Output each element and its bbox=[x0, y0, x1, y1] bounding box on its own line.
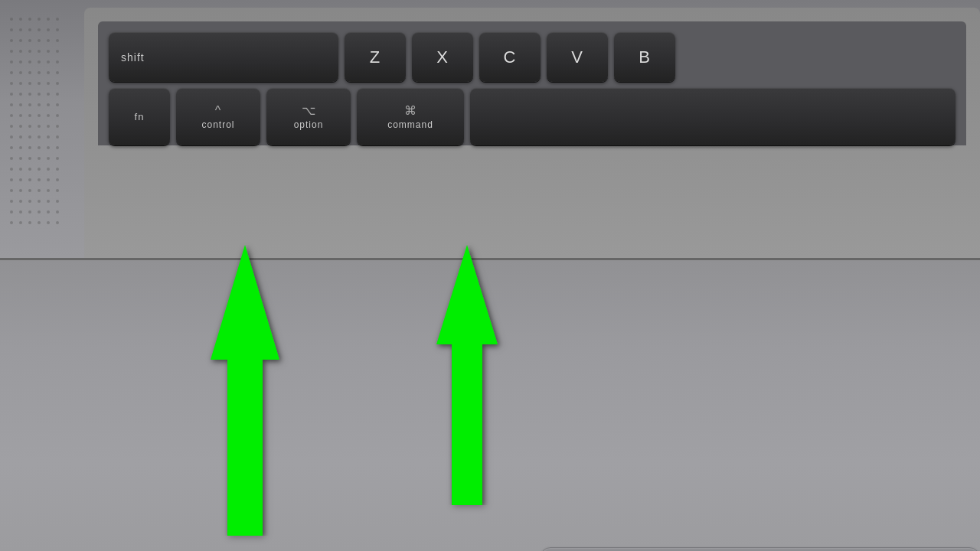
grille-dot bbox=[19, 103, 22, 106]
grille-dot bbox=[28, 210, 31, 214]
shift-key-label: shift bbox=[121, 51, 145, 64]
grille-dot bbox=[28, 189, 31, 192]
grille-dot bbox=[56, 71, 59, 74]
v-key-label: V bbox=[571, 47, 583, 67]
grille-dot bbox=[10, 28, 13, 31]
grille-dot bbox=[19, 210, 22, 214]
keyboard-area: // Will be rendered below shift Z X C bbox=[0, 0, 980, 260]
grille-dot bbox=[19, 135, 22, 139]
left-arrow-svg bbox=[195, 245, 295, 536]
grille-dot bbox=[38, 82, 41, 85]
grille-dot bbox=[56, 93, 59, 96]
grille-dot bbox=[19, 93, 22, 96]
grille-dot bbox=[47, 50, 50, 53]
grille-dot bbox=[47, 189, 50, 192]
grille-dot bbox=[47, 178, 50, 181]
grille-dot bbox=[47, 125, 50, 128]
grille-dot bbox=[47, 60, 50, 64]
grille-dot bbox=[56, 178, 59, 181]
grille-dot bbox=[38, 168, 41, 171]
grille-dot bbox=[56, 157, 59, 160]
grille-dot bbox=[19, 28, 22, 31]
grille-dot bbox=[38, 18, 41, 21]
grille-dot bbox=[28, 146, 31, 149]
shift-key[interactable]: shift bbox=[109, 32, 338, 82]
b-key[interactable]: B bbox=[614, 32, 675, 82]
grille-dot bbox=[38, 114, 41, 117]
grille-dot bbox=[38, 93, 41, 96]
grille-dot bbox=[10, 103, 13, 106]
control-key[interactable]: ^ control bbox=[176, 88, 260, 145]
grille-dot bbox=[47, 93, 50, 96]
grille-dot bbox=[19, 125, 22, 128]
grille-dot bbox=[10, 189, 13, 192]
control-key-label: control bbox=[201, 119, 234, 130]
grille-dot bbox=[10, 93, 13, 96]
grille-dot bbox=[10, 125, 13, 128]
grille-dot bbox=[47, 39, 50, 42]
c-key-label: C bbox=[504, 47, 517, 67]
grille-dot bbox=[38, 210, 41, 214]
grille-dot bbox=[10, 114, 13, 117]
grille-dot bbox=[10, 157, 13, 160]
grille-dot bbox=[19, 168, 22, 171]
grille-dot bbox=[28, 50, 31, 53]
grille-dot bbox=[10, 210, 13, 214]
grille-dot bbox=[10, 50, 13, 53]
grille-dot bbox=[47, 146, 50, 149]
v-key[interactable]: V bbox=[547, 32, 608, 82]
grille-dot bbox=[19, 71, 22, 74]
grille-dot bbox=[10, 39, 13, 42]
grille-dot bbox=[28, 157, 31, 160]
space-key[interactable] bbox=[470, 88, 956, 145]
grille-dot bbox=[56, 168, 59, 171]
grille-dot bbox=[28, 82, 31, 85]
grille-dot bbox=[10, 18, 13, 21]
trackpad[interactable] bbox=[540, 547, 980, 551]
option-key-symbol: ⌥ bbox=[302, 103, 316, 118]
grille-dot bbox=[10, 178, 13, 181]
grille-dot bbox=[28, 18, 31, 21]
grille-dot bbox=[56, 221, 59, 224]
grille-dot bbox=[10, 221, 13, 224]
grille-dot bbox=[19, 221, 22, 224]
grille-dot bbox=[38, 125, 41, 128]
grille-dot bbox=[38, 71, 41, 74]
command-key[interactable]: ⌘ command bbox=[357, 88, 464, 145]
grille-dot bbox=[28, 135, 31, 139]
grille-dot bbox=[19, 82, 22, 85]
grille-dot bbox=[10, 71, 13, 74]
c-key[interactable]: C bbox=[479, 32, 541, 82]
grille-dot bbox=[56, 135, 59, 139]
grille-dot bbox=[56, 146, 59, 149]
grille-dot bbox=[10, 82, 13, 85]
grille-dot bbox=[38, 39, 41, 42]
grille-dot bbox=[38, 157, 41, 160]
grille-dot bbox=[28, 28, 31, 31]
grille-dot bbox=[38, 200, 41, 203]
grille-dot bbox=[56, 82, 59, 85]
grille-dot bbox=[47, 82, 50, 85]
grille-dot bbox=[47, 103, 50, 106]
right-arrow-svg bbox=[425, 245, 509, 505]
option-key[interactable]: ⌥ option bbox=[266, 88, 351, 145]
grille-dot bbox=[19, 50, 22, 53]
grille-dot bbox=[19, 189, 22, 192]
grille-dot bbox=[10, 135, 13, 139]
grille-dot bbox=[56, 189, 59, 192]
grille-dot bbox=[10, 200, 13, 203]
grille-dot bbox=[28, 114, 31, 117]
command-key-symbol: ⌘ bbox=[404, 103, 417, 118]
grille-dot bbox=[47, 157, 50, 160]
z-key-label: Z bbox=[370, 47, 381, 67]
keyboard-top-row: shift Z X C V B bbox=[109, 32, 956, 82]
arrows-container bbox=[0, 245, 551, 551]
z-key[interactable]: Z bbox=[345, 32, 406, 82]
grille-dot bbox=[10, 168, 13, 171]
fn-key[interactable]: fn bbox=[109, 88, 170, 145]
control-key-symbol: ^ bbox=[215, 104, 222, 118]
grille-dot bbox=[47, 221, 50, 224]
grille-dot bbox=[28, 71, 31, 74]
grille-dot bbox=[28, 200, 31, 203]
x-key[interactable]: X bbox=[412, 32, 473, 82]
